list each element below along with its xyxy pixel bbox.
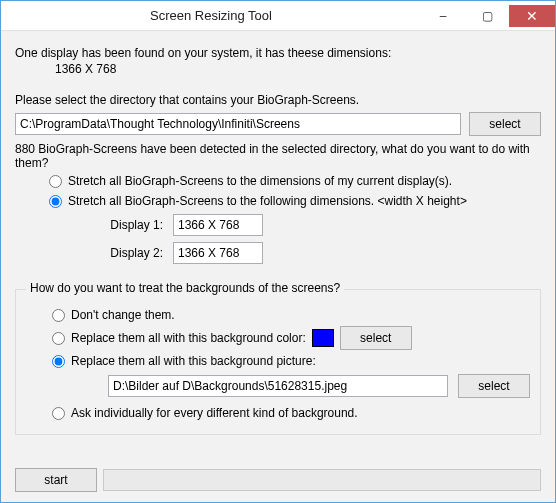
progress-bar — [103, 469, 541, 491]
display1-label: Display 1: — [105, 218, 163, 232]
footer: start — [15, 468, 541, 492]
stretch-current-label: Stretch all BioGraph-Screens to the dime… — [68, 174, 452, 188]
bg-none-row: Don't change them. — [16, 308, 530, 322]
close-button[interactable]: ✕ — [509, 5, 555, 27]
stretch-custom-radio[interactable] — [49, 195, 62, 208]
stretch-custom-row: Stretch all BioGraph-Screens to the foll… — [15, 194, 541, 208]
detect-line: 880 BioGraph-Screens have been detected … — [15, 142, 541, 170]
client-area: One display has been found on your syste… — [1, 31, 555, 502]
titlebar: Screen Resizing Tool – ▢ ✕ — [1, 1, 555, 31]
display2-label: Display 2: — [105, 246, 163, 260]
stretch-custom-label: Stretch all BioGraph-Screens to the foll… — [68, 194, 467, 208]
bg-picture-radio[interactable] — [52, 355, 65, 368]
display2-row: Display 2: — [15, 242, 541, 264]
bg-picture-path-row: select — [16, 374, 530, 398]
bg-color-select-button[interactable]: select — [340, 326, 412, 350]
bg-ask-radio[interactable] — [52, 407, 65, 420]
bg-ask-label: Ask individually for every different kin… — [71, 406, 358, 420]
intro-dims: 1366 X 768 — [15, 62, 541, 76]
bg-ask-row: Ask individually for every different kin… — [16, 406, 530, 420]
window-buttons: – ▢ ✕ — [421, 5, 555, 27]
bg-picture-row: Replace them all with this background pi… — [16, 354, 530, 368]
intro-line: One display has been found on your syste… — [15, 46, 541, 60]
minimize-button[interactable]: – — [421, 5, 465, 27]
bg-group: How do you want to treat the backgrounds… — [15, 289, 541, 435]
bg-group-label: How do you want to treat the backgrounds… — [26, 281, 344, 295]
bg-none-label: Don't change them. — [71, 308, 175, 322]
window-title: Screen Resizing Tool — [1, 8, 421, 23]
bg-none-radio[interactable] — [52, 309, 65, 322]
bg-color-swatch — [312, 329, 334, 347]
stretch-current-radio[interactable] — [49, 175, 62, 188]
dir-select-button[interactable]: select — [469, 112, 541, 136]
bg-color-label: Replace them all with this background co… — [71, 331, 306, 345]
bg-color-row: Replace them all with this background co… — [16, 326, 530, 350]
dir-input[interactable] — [15, 113, 461, 135]
maximize-button[interactable]: ▢ — [465, 5, 509, 27]
stretch-current-row: Stretch all BioGraph-Screens to the dime… — [15, 174, 541, 188]
dir-row: select — [15, 112, 541, 136]
display1-input[interactable] — [173, 214, 263, 236]
display1-row: Display 1: — [15, 214, 541, 236]
display2-input[interactable] — [173, 242, 263, 264]
start-button[interactable]: start — [15, 468, 97, 492]
bg-picture-label: Replace them all with this background pi… — [71, 354, 316, 368]
bg-picture-select-button[interactable]: select — [458, 374, 530, 398]
bg-picture-input[interactable] — [108, 375, 448, 397]
dir-prompt: Please select the directory that contain… — [15, 93, 541, 107]
bg-color-radio[interactable] — [52, 332, 65, 345]
